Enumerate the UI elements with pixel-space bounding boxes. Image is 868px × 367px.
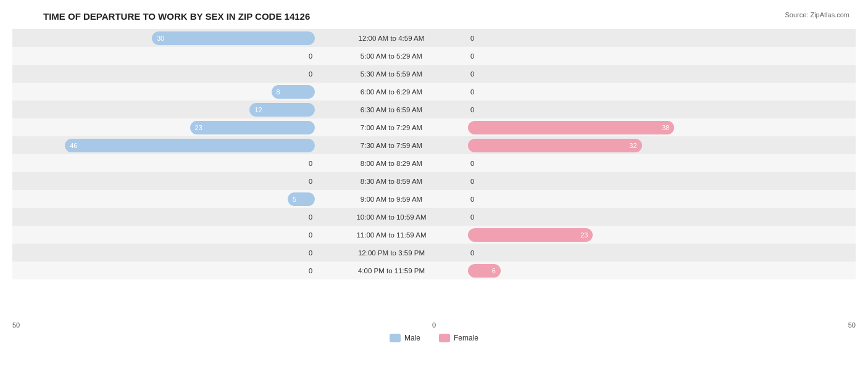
time-label: 12:00 PM to 3:59 PM [315,249,468,257]
male-zero: 0 [309,70,312,78]
source-text: Source: ZipAtlas.com [785,11,849,19]
time-label: 4:00 PM to 11:59 PM [315,267,468,274]
time-label: 5:30 AM to 5:59 AM [315,70,468,78]
male-bar: 5 [288,192,315,206]
left-bar-container: 8 [12,83,315,101]
female-zero: 0 [470,88,474,96]
left-bar-container: 46 [12,136,315,154]
chart-row: 5 9:00 AM to 9:59 AM 0 [12,190,856,208]
male-value: 5 [293,196,296,203]
female-zero: 0 [470,52,474,60]
male-zero: 0 [309,160,312,167]
x-label-50-right: 50 [848,321,856,329]
male-bar: 23 [190,121,315,134]
male-value: 30 [157,35,164,42]
right-bar-container: 0 [468,83,770,101]
female-bar: 32 [468,139,642,152]
legend-male-box [390,334,401,342]
legend-female: Female [439,334,478,342]
right-bar-container: 0 [468,208,770,226]
left-bar-container: 0 [12,154,315,172]
chart-title: TIME OF DEPARTURE TO WORK BY SEX IN ZIP … [19,11,310,22]
time-label: 12:00 AM to 4:59 AM [315,35,468,42]
male-bar: 30 [152,31,315,45]
male-zero: 0 [309,52,312,60]
right-bar-container: 38 [468,118,770,136]
female-zero: 0 [470,178,474,185]
left-bar-container: 23 [12,118,315,136]
legend: Male Female [12,334,856,342]
legend-male: Male [390,334,420,342]
left-bar-container: 0 [12,172,315,190]
chart-row: 23 7:00 AM to 7:29 AM 38 [12,118,856,136]
male-value: 46 [70,142,77,149]
legend-female-box [439,334,450,342]
time-label: 10:00 AM to 10:59 AM [315,213,468,221]
female-zero: 0 [470,35,474,42]
female-bar: 6 [468,264,501,278]
time-label: 9:00 AM to 9:59 AM [315,196,468,203]
right-bar-container: 6 [468,262,770,279]
left-bar-container: 5 [12,190,315,208]
legend-female-label: Female [454,334,478,342]
female-value: 23 [580,231,588,239]
chart-container: TIME OF DEPARTURE TO WORK BY SEX IN ZIP … [0,0,868,367]
chart-row: 0 8:00 AM to 8:29 AM 0 [12,154,856,172]
left-bar-container: 30 [12,29,315,47]
chart-row: 0 12:00 PM to 3:59 PM 0 [12,244,856,262]
chart-row: 0 11:00 AM to 11:59 AM 23 [12,226,856,244]
female-bar: 38 [468,121,674,134]
right-bar-container: 23 [468,226,770,244]
time-label: 7:30 AM to 7:59 AM [315,142,468,149]
right-bar-container: 0 [468,190,770,208]
left-bar-container: 0 [12,262,315,279]
chart-row: 0 5:30 AM to 5:59 AM 0 [12,65,856,83]
male-value: 23 [195,124,202,131]
legend-male-label: Male [404,334,420,342]
right-bar-container: 0 [468,47,770,65]
female-bar: 23 [468,228,593,242]
left-bar-container: 12 [12,101,315,118]
chart-row: 8 6:00 AM to 6:29 AM 0 [12,83,856,101]
time-label: 6:30 AM to 6:59 AM [315,106,468,113]
bottom-area: 50 0 50 Male Female [12,318,856,342]
female-zero: 0 [470,213,474,221]
chart-row: 12 6:30 AM to 6:59 AM 0 [12,101,856,118]
female-zero: 0 [470,70,474,78]
right-bar-container: 0 [468,101,770,118]
chart-body: 30 12:00 AM to 4:59 AM 0 0 5:00 AM to 5:… [12,29,856,318]
x-label-50-left: 50 [12,321,20,329]
female-value: 6 [492,267,496,274]
chart-row: 30 12:00 AM to 4:59 AM 0 [12,29,856,47]
male-bar: 8 [272,85,315,99]
left-bar-container: 0 [12,65,315,83]
right-bar-container: 0 [468,29,770,47]
right-bar-container: 0 [468,65,770,83]
chart-row: 0 8:30 AM to 8:59 AM 0 [12,172,856,190]
male-zero: 0 [309,249,312,257]
right-bar-container: 0 [468,154,770,172]
male-zero: 0 [309,267,312,274]
chart-row: 0 4:00 PM to 11:59 PM 6 [12,262,856,279]
chart-row: 0 5:00 AM to 5:29 AM 0 [12,47,856,65]
left-bar-container: 0 [12,208,315,226]
male-zero: 0 [309,178,312,185]
male-zero: 0 [309,231,312,239]
right-bar-container: 0 [468,172,770,190]
male-value: 12 [254,106,262,113]
left-bar-container: 0 [12,244,315,262]
chart-row: 0 10:00 AM to 10:59 AM 0 [12,208,856,226]
time-label: 7:00 AM to 7:29 AM [315,124,468,131]
time-label: 11:00 AM to 11:59 AM [315,231,468,239]
x-label-0: 0 [432,321,436,329]
x-axis: 50 0 50 [12,320,856,330]
male-bar: 46 [65,139,315,152]
left-bar-container: 0 [12,47,315,65]
left-bar-container: 0 [12,226,315,244]
female-value: 38 [662,124,669,131]
male-value: 8 [277,88,280,96]
time-label: 8:30 AM to 8:59 AM [315,178,468,185]
right-bar-container: 32 [468,136,770,154]
male-zero: 0 [309,213,312,221]
main-wrapper: TIME OF DEPARTURE TO WORK BY SEX IN ZIP … [12,11,856,342]
